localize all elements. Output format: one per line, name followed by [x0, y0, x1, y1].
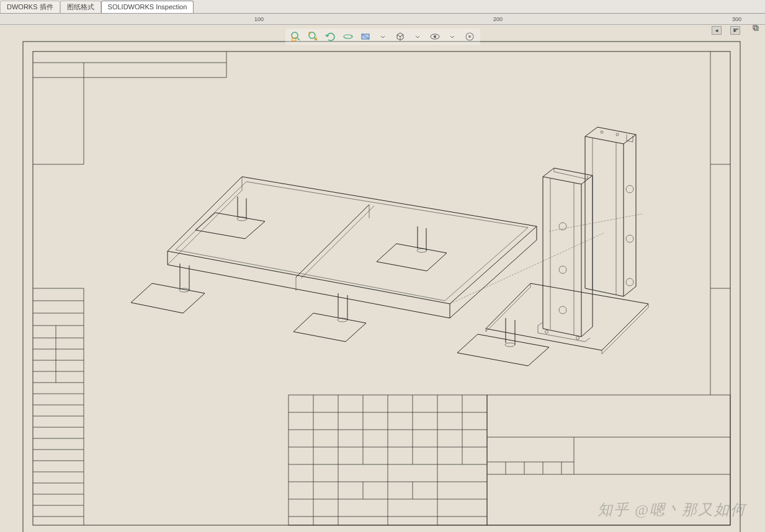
drawing-canvas[interactable]: ◄ ►: [0, 25, 765, 532]
view-heads-up-toolbar: [285, 29, 480, 45]
rotate-view-icon[interactable]: [341, 30, 355, 43]
previous-view-icon[interactable]: [324, 30, 338, 43]
svg-point-6: [309, 32, 315, 38]
svg-point-90: [601, 131, 603, 133]
svg-point-82: [559, 223, 566, 230]
svg-rect-1: [753, 25, 757, 29]
svg-point-15: [434, 35, 436, 38]
dropdown-icon[interactable]: [445, 30, 459, 43]
dropdown-icon[interactable]: [376, 30, 390, 43]
apply-scene-icon[interactable]: [463, 30, 476, 43]
svg-rect-65: [487, 395, 730, 525]
svg-rect-18: [23, 42, 740, 532]
zoom-to-fit-icon[interactable]: [306, 30, 320, 43]
svg-rect-2: [754, 27, 758, 30]
svg-point-89: [626, 278, 633, 286]
svg-point-85: [545, 330, 548, 334]
svg-point-17: [468, 35, 471, 38]
command-tab-bar: DWORKS 插件 图纸格式 SOLIDWORKS Inspection: [0, 0, 765, 14]
drawing-sheet[interactable]: [22, 40, 741, 532]
svg-point-81: [505, 343, 515, 347]
svg-line-12: [400, 35, 403, 37]
svg-line-4: [297, 38, 300, 40]
ruler-mark-200: 200: [493, 16, 503, 22]
ruler-mark-100: 100: [254, 16, 264, 22]
hide-show-icon[interactable]: [428, 30, 442, 43]
svg-line-11: [397, 35, 400, 37]
section-view-icon[interactable]: [359, 30, 372, 43]
minimize-window-icon[interactable]: [731, 24, 740, 32]
tab-solidworks-plugin[interactable]: DWORKS 插件: [0, 1, 60, 13]
tab-drawing-format[interactable]: 图纸格式: [60, 1, 101, 13]
display-style-icon[interactable]: [393, 30, 407, 43]
zoom-to-area-icon[interactable]: [289, 30, 303, 43]
window-controls: [731, 24, 760, 32]
tab-solidworks-inspection[interactable]: SOLIDWORKS Inspection: [101, 1, 194, 13]
svg-rect-19: [33, 51, 730, 525]
drawing-view-model: [131, 127, 648, 366]
svg-point-91: [616, 133, 619, 136]
horizontal-ruler: 100 200 300: [0, 14, 765, 25]
scroll-left-icon[interactable]: ◄: [712, 26, 722, 35]
svg-point-86: [576, 337, 579, 340]
svg-point-83: [559, 266, 566, 273]
ruler-mark-300: 300: [732, 16, 741, 22]
svg-point-84: [559, 306, 566, 314]
dropdown-icon[interactable]: [411, 30, 424, 43]
maximize-window-icon[interactable]: [751, 24, 760, 32]
svg-point-88: [626, 235, 633, 242]
svg-point-87: [626, 185, 633, 193]
